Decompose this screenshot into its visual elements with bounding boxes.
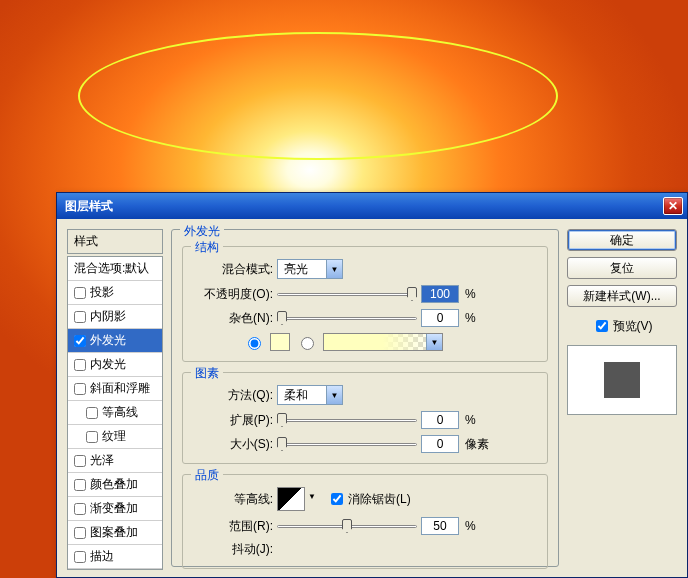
close-icon: ✕ bbox=[668, 199, 678, 213]
size-slider[interactable] bbox=[277, 435, 417, 453]
glow-gradient-swatch[interactable]: ▼ bbox=[323, 333, 443, 351]
style-label: 内阴影 bbox=[90, 308, 126, 325]
opacity-label: 不透明度(O): bbox=[193, 286, 273, 303]
range-input[interactable]: 50 bbox=[421, 517, 459, 535]
styles-header[interactable]: 样式 bbox=[67, 229, 163, 254]
style-item-bevel-emboss[interactable]: 斜面和浮雕 bbox=[68, 377, 162, 401]
opacity-slider[interactable] bbox=[277, 285, 417, 303]
size-row: 大小(S): 0 像素 bbox=[193, 435, 537, 453]
antialias-label: 消除锯齿(L) bbox=[348, 491, 411, 508]
spread-row: 扩展(P): 0 % bbox=[193, 411, 537, 429]
size-input[interactable]: 0 bbox=[421, 435, 459, 453]
blend-mode-dropdown[interactable]: 亮光 ▼ bbox=[277, 259, 343, 279]
style-checkbox[interactable] bbox=[74, 335, 86, 347]
noise-slider[interactable] bbox=[277, 309, 417, 327]
jitter-label: 抖动(J): bbox=[193, 541, 273, 558]
spread-label: 扩展(P): bbox=[193, 412, 273, 429]
style-item-color-overlay[interactable]: 颜色叠加 bbox=[68, 473, 162, 497]
right-column: 确定 复位 新建样式(W)... 预览(V) bbox=[567, 229, 677, 567]
technique-value: 柔和 bbox=[278, 387, 326, 404]
style-item-inner-shadow[interactable]: 内阴影 bbox=[68, 305, 162, 329]
blend-mode-row: 混合模式: 亮光 ▼ bbox=[193, 259, 537, 279]
blend-mode-value: 亮光 bbox=[278, 261, 326, 278]
dialog-title: 图层样式 bbox=[65, 198, 663, 215]
style-checkbox[interactable] bbox=[74, 311, 86, 323]
technique-dropdown[interactable]: 柔和 ▼ bbox=[277, 385, 343, 405]
spread-slider[interactable] bbox=[277, 411, 417, 429]
style-item-drop-shadow[interactable]: 投影 bbox=[68, 281, 162, 305]
contour-label: 等高线: bbox=[193, 491, 273, 508]
antialias-input[interactable] bbox=[331, 493, 343, 505]
chevron-down-icon: ▼ bbox=[326, 260, 342, 278]
chevron-down-icon: ▼ bbox=[326, 386, 342, 404]
style-item-gradient-overlay[interactable]: 渐变叠加 bbox=[68, 497, 162, 521]
style-checkbox[interactable] bbox=[86, 407, 98, 419]
spread-input[interactable]: 0 bbox=[421, 411, 459, 429]
range-slider[interactable] bbox=[277, 517, 417, 535]
style-label: 图案叠加 bbox=[90, 524, 138, 541]
close-button[interactable]: ✕ bbox=[663, 197, 683, 215]
noise-row: 杂色(N): 0 % bbox=[193, 309, 537, 327]
color-source-row: ▼ bbox=[193, 333, 537, 351]
quality-title: 品质 bbox=[191, 467, 223, 484]
style-item-texture[interactable]: 纹理 bbox=[68, 425, 162, 449]
dialog-titlebar[interactable]: 图层样式 ✕ bbox=[57, 193, 687, 219]
preview-square bbox=[604, 362, 640, 398]
style-checkbox[interactable] bbox=[74, 359, 86, 371]
range-unit: % bbox=[465, 519, 485, 533]
antialias-checkbox[interactable]: 消除锯齿(L) bbox=[327, 490, 411, 508]
style-label: 投影 bbox=[90, 284, 114, 301]
style-label: 颜色叠加 bbox=[90, 476, 138, 493]
style-checkbox[interactable] bbox=[74, 503, 86, 515]
style-item-contour[interactable]: 等高线 bbox=[68, 401, 162, 425]
style-item-inner-glow[interactable]: 内发光 bbox=[68, 353, 162, 377]
range-label: 范围(R): bbox=[193, 518, 273, 535]
contour-picker[interactable]: ▼ bbox=[277, 487, 305, 511]
style-checkbox[interactable] bbox=[74, 527, 86, 539]
style-label: 混合选项:默认 bbox=[74, 260, 149, 277]
new-style-button[interactable]: 新建样式(W)... bbox=[567, 285, 677, 307]
style-item-stroke[interactable]: 描边 bbox=[68, 545, 162, 569]
noise-input[interactable]: 0 bbox=[421, 309, 459, 327]
solid-color-radio[interactable] bbox=[248, 337, 261, 350]
jitter-row: 抖动(J): bbox=[193, 541, 537, 558]
style-item-blend-options[interactable]: 混合选项:默认 bbox=[68, 257, 162, 281]
technique-label: 方法(Q): bbox=[193, 387, 273, 404]
ok-button[interactable]: 确定 bbox=[567, 229, 677, 251]
preview-input[interactable] bbox=[596, 320, 608, 332]
style-label: 内发光 bbox=[90, 356, 126, 373]
size-unit: 像素 bbox=[465, 436, 489, 453]
glow-color-swatch[interactable] bbox=[270, 333, 290, 351]
style-label: 等高线 bbox=[102, 404, 138, 421]
style-label: 渐变叠加 bbox=[90, 500, 138, 517]
gradient-radio[interactable] bbox=[301, 337, 314, 350]
opacity-unit: % bbox=[465, 287, 485, 301]
structure-title: 结构 bbox=[191, 239, 223, 256]
style-label: 描边 bbox=[90, 548, 114, 565]
styles-column: 样式 混合选项:默认 投影 内阴影 外发光 bbox=[67, 229, 163, 567]
blend-mode-label: 混合模式: bbox=[193, 261, 273, 278]
quality-group: 品质 等高线: ▼ 消除锯齿(L) 范围(R): bbox=[182, 474, 548, 569]
noise-unit: % bbox=[465, 311, 485, 325]
contour-row: 等高线: ▼ 消除锯齿(L) bbox=[193, 487, 537, 511]
style-checkbox[interactable] bbox=[74, 479, 86, 491]
halo-ellipse bbox=[78, 32, 558, 160]
style-item-outer-glow[interactable]: 外发光 bbox=[68, 329, 162, 353]
style-checkbox[interactable] bbox=[86, 431, 98, 443]
cancel-button[interactable]: 复位 bbox=[567, 257, 677, 279]
preview-swatch bbox=[567, 345, 677, 415]
size-label: 大小(S): bbox=[193, 436, 273, 453]
elements-group: 图素 方法(Q): 柔和 ▼ 扩展(P): 0 % bbox=[182, 372, 548, 464]
style-item-satin[interactable]: 光泽 bbox=[68, 449, 162, 473]
style-item-pattern-overlay[interactable]: 图案叠加 bbox=[68, 521, 162, 545]
range-row: 范围(R): 50 % bbox=[193, 517, 537, 535]
style-checkbox[interactable] bbox=[74, 455, 86, 467]
style-checkbox[interactable] bbox=[74, 383, 86, 395]
technique-row: 方法(Q): 柔和 ▼ bbox=[193, 385, 537, 405]
layer-style-dialog: 图层样式 ✕ 样式 混合选项:默认 投影 内阴影 bbox=[56, 192, 688, 578]
style-checkbox[interactable] bbox=[74, 287, 86, 299]
opacity-input[interactable]: 100 bbox=[421, 285, 459, 303]
preview-checkbox[interactable]: 预览(V) bbox=[567, 317, 677, 335]
style-label: 光泽 bbox=[90, 452, 114, 469]
style-checkbox[interactable] bbox=[74, 551, 86, 563]
